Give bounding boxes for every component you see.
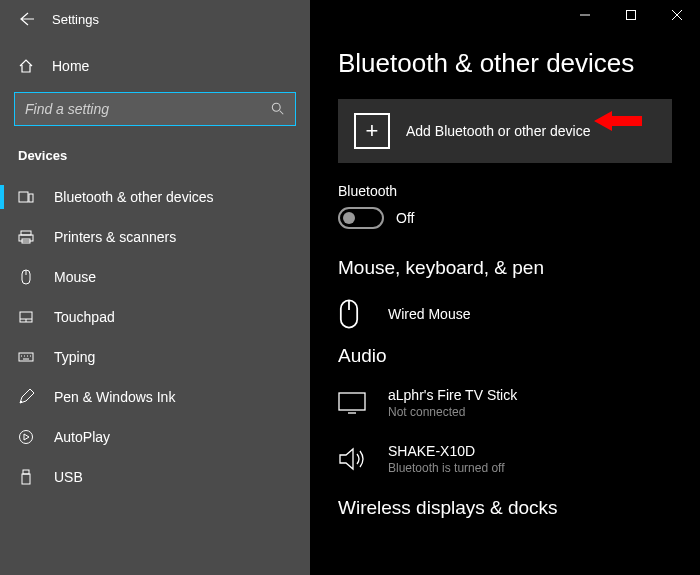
device-name: SHAKE-X10D <box>388 443 505 459</box>
nav-item-usb[interactable]: USB <box>0 457 310 497</box>
nav-label: Bluetooth & other devices <box>54 189 214 205</box>
nav-item-mouse[interactable]: Mouse <box>0 257 310 297</box>
nav-label: Mouse <box>54 269 96 285</box>
nav-label: AutoPlay <box>54 429 110 445</box>
svg-rect-20 <box>22 474 30 484</box>
keyboard-icon <box>18 349 36 365</box>
home-label: Home <box>52 58 89 74</box>
speaker-icon <box>338 447 372 471</box>
pen-icon <box>18 389 36 405</box>
category-wireless-heading: Wireless displays & docks <box>338 497 672 519</box>
plus-icon: + <box>354 113 390 149</box>
bluetooth-toggle-row: Off <box>338 207 672 229</box>
category-audio-heading: Audio <box>338 345 672 367</box>
svg-rect-22 <box>627 11 636 20</box>
add-device-label: Add Bluetooth or other device <box>406 123 590 139</box>
nav-item-autoplay[interactable]: AutoPlay <box>0 417 310 457</box>
device-item-firestick[interactable]: aLphr's Fire TV Stick Not connected <box>338 379 672 435</box>
section-label: Devices <box>0 144 310 177</box>
nav-label: Printers & scanners <box>54 229 176 245</box>
device-item-shake[interactable]: SHAKE-X10D Bluetooth is turned off <box>338 435 672 491</box>
main-panel: Bluetooth & other devices + Add Bluetoot… <box>310 0 700 575</box>
svg-rect-3 <box>29 194 33 202</box>
mouse-icon <box>338 299 372 329</box>
home-link[interactable]: Home <box>0 48 310 84</box>
display-icon <box>338 392 372 414</box>
nav-item-typing[interactable]: Typing <box>0 337 310 377</box>
nav-item-pen[interactable]: Pen & Windows Ink <box>0 377 310 417</box>
svg-point-18 <box>20 431 33 444</box>
search-icon <box>271 102 285 116</box>
category-mouse-heading: Mouse, keyboard, & pen <box>338 257 672 279</box>
nav-label: USB <box>54 469 83 485</box>
nav-item-touchpad[interactable]: Touchpad <box>0 297 310 337</box>
nav-item-printers[interactable]: Printers & scanners <box>0 217 310 257</box>
search-input[interactable] <box>25 101 271 117</box>
add-device-button[interactable]: + Add Bluetooth or other device <box>338 99 672 163</box>
bluetooth-state: Off <box>396 210 414 226</box>
svg-line-1 <box>280 111 284 115</box>
svg-rect-5 <box>19 235 33 241</box>
svg-rect-12 <box>19 353 33 361</box>
device-name: aLphr's Fire TV Stick <box>388 387 517 403</box>
nav-label: Touchpad <box>54 309 115 325</box>
svg-rect-4 <box>21 231 31 235</box>
nav-list: Bluetooth & other devices Printers & sca… <box>0 177 310 497</box>
maximize-button[interactable] <box>608 0 654 30</box>
autoplay-icon <box>18 429 36 445</box>
device-name: Wired Mouse <box>388 306 470 322</box>
printer-icon <box>18 229 36 245</box>
arrow-annotation-icon <box>594 109 642 133</box>
device-item-mouse[interactable]: Wired Mouse <box>338 291 672 345</box>
svg-point-0 <box>272 103 280 111</box>
devices-icon <box>18 189 36 205</box>
page-title: Bluetooth & other devices <box>338 48 672 79</box>
back-icon[interactable] <box>18 11 34 27</box>
svg-marker-25 <box>594 111 642 131</box>
svg-rect-2 <box>19 192 28 202</box>
sidebar: Settings Home Devices Bluetooth & other … <box>0 0 310 575</box>
touchpad-icon <box>18 309 36 325</box>
bluetooth-heading: Bluetooth <box>338 183 672 199</box>
nav-label: Typing <box>54 349 95 365</box>
svg-rect-19 <box>23 470 29 474</box>
bluetooth-toggle[interactable] <box>338 207 384 229</box>
home-icon <box>18 58 34 74</box>
usb-icon <box>18 469 36 485</box>
mouse-icon <box>18 269 36 285</box>
nav-item-bluetooth[interactable]: Bluetooth & other devices <box>0 177 310 217</box>
search-box[interactable] <box>14 92 296 126</box>
app-title: Settings <box>52 12 99 27</box>
device-status: Not connected <box>388 405 517 419</box>
svg-rect-28 <box>339 393 365 410</box>
close-button[interactable] <box>654 0 700 30</box>
window-controls <box>562 0 700 30</box>
titlebar: Settings <box>0 0 310 38</box>
minimize-button[interactable] <box>562 0 608 30</box>
nav-label: Pen & Windows Ink <box>54 389 175 405</box>
device-status: Bluetooth is turned off <box>388 461 505 475</box>
